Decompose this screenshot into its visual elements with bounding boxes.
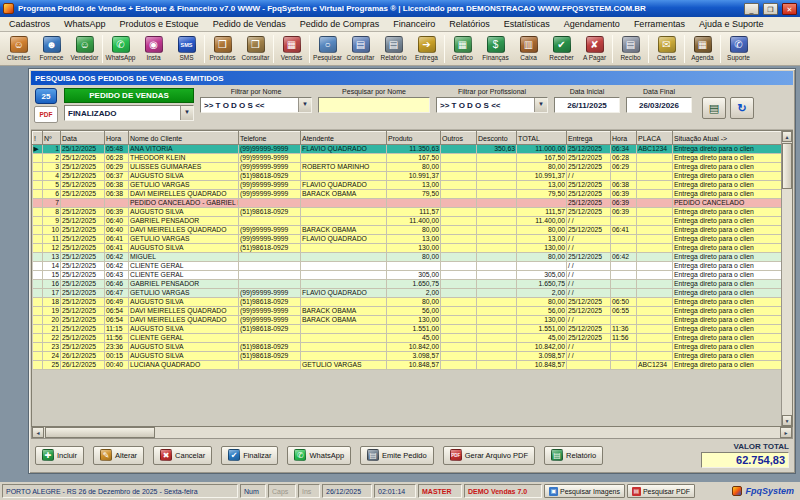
column-header[interactable]: Data [61,132,105,145]
menu-item-financeiro[interactable]: Financeiro [386,18,442,30]
toolbar-entrega[interactable]: ➔Entrega [410,36,443,61]
data-inicial-input[interactable]: 26/11/2025 [554,97,620,113]
column-header[interactable]: Entrega [567,132,611,145]
emite-pedido-button[interactable]: ▤Emite Pedido [360,446,434,465]
alterar-button[interactable]: ✎Alterar [93,446,144,465]
toolbar-whatsapp[interactable]: ✆WhatsApp [104,36,137,61]
table-row[interactable]: 2426/12/202500:15AUGUSTO SILVA(51)98618-… [33,352,782,361]
column-header[interactable]: Desconto [477,132,517,145]
search-images-button[interactable]: ▣ Pesquisar Imagens [544,484,625,498]
table-row[interactable]: 525/12/202506:38GETULIO VARGAS(99)99999-… [33,181,782,190]
table-row[interactable]: 225/12/202506:28THEODOR KLEIN(99)99999-9… [33,154,782,163]
toolbar-clientes[interactable]: ☺Clientes [2,36,35,61]
table-row[interactable]: 1225/12/202506:41AUGUSTO SILVA(51)98618-… [33,244,782,253]
menu-item-pedido-de-vendas[interactable]: Pedido de Vendas [206,18,293,30]
cancelar-button[interactable]: ✖Cancelar [153,446,212,465]
column-header[interactable]: Hora [105,132,129,145]
toolbar-suporte[interactable]: ✆Suporte [722,36,755,61]
minimize-button[interactable]: _ [744,3,759,15]
data-final-input[interactable]: 26/03/2026 [626,97,692,113]
menu-item-relat-rios[interactable]: Relatórios [442,18,497,30]
column-header[interactable]: Nº [43,132,61,145]
menu-item-produtos-e-estoque[interactable]: Produtos e Estoque [113,18,206,30]
toolbar-consultar-vendas[interactable]: ▤Consultar [344,36,377,61]
maximize-button[interactable]: ❐ [763,3,778,15]
toolbar-vendas[interactable]: ▦Vendas [275,36,308,61]
relatorio-button[interactable]: ▤Relatório [544,446,603,465]
table-row[interactable]: 1125/12/202506:41GETULIO VARGAS(99)99999… [33,235,782,244]
column-header[interactable]: Telefone [239,132,301,145]
horizontal-scroll-thumb[interactable] [45,427,155,438]
toolbar-recibo[interactable]: ▤Recibo [614,36,647,61]
column-header[interactable]: Situação Atual -> [673,132,782,145]
horizontal-scrollbar[interactable]: ◄ ► [31,427,793,439]
menu-item-estat-sticas[interactable]: Estatísticas [497,18,557,30]
toolbar-grafico[interactable]: ▦Gráfico [446,36,479,61]
table-row[interactable]: 1025/12/202506:40DAVI MEIRELLES QUADRADO… [33,226,782,235]
toolbar-instagram[interactable]: ◉Insta [137,36,170,61]
vertical-scroll-thumb[interactable] [782,143,792,189]
table-row[interactable]: 1725/12/202506:47GETULIO VARGAS(99)99999… [33,289,782,298]
table-row[interactable]: 925/12/202506:40GABRIEL PENSADOR11.400,0… [33,217,782,226]
table-row[interactable]: 7PEDIDO CANCELADO - GABRIEL PENSADOR25/1… [33,199,782,208]
scroll-down-icon[interactable]: ▼ [782,415,792,426]
menu-item-pedido-de-compras[interactable]: Pedido de Compras [293,18,387,30]
table-row[interactable]: 2125/12/202511:15AUGUSTO SILVA(51)98618-… [33,325,782,334]
toolbar-relatorio[interactable]: ▤Relatório [377,36,410,61]
table-row[interactable]: 2325/12/202523:36AUGUSTO SILVA(51)98618-… [33,343,782,352]
column-header[interactable]: Produto [387,132,441,145]
search-pdf-button[interactable]: ▤ Pesquisar PDF [627,484,695,498]
table-row[interactable]: 325/12/202506:29ULISSES GUIMARAES(99)999… [33,163,782,172]
table-row[interactable]: 1625/12/202506:46GABRIEL PENSADOR1.650,7… [33,280,782,289]
toolbar-vendedor[interactable]: ☺Vendedor [68,36,101,61]
table-row[interactable]: 1425/12/202506:42CLIENTE GERAL/ /Entrega… [33,262,782,271]
menu-item-ajuda-e-suporte[interactable]: Ajuda e Suporte [692,18,771,30]
filter-profissional-select[interactable]: >> T O D O S << ▼ [436,97,548,113]
toolbar-agenda[interactable]: ▦Agenda [686,36,719,61]
toolbar-caixa[interactable]: ▥Caixa [512,36,545,61]
toolbar-receber[interactable]: ✔Receber [545,36,578,61]
chevron-down-icon[interactable]: ▼ [180,106,193,120]
toolbar-financas[interactable]: $Finanças [479,36,512,61]
column-header[interactable]: PLACA [637,132,673,145]
table-row[interactable]: 1525/12/202506:43CLIENTE GERAL305,00305,… [33,271,782,280]
toolbar-consultar-produtos[interactable]: ❒Consultar [239,36,272,61]
menu-item-cadastros[interactable]: Cadastros [2,18,57,30]
scroll-up-icon[interactable]: ▲ [782,131,792,142]
toolbar-produtos[interactable]: ❒Produtos [206,36,239,61]
pdf-export-button[interactable]: PDF [34,106,58,123]
refresh-button[interactable]: ↻ [730,97,754,119]
column-header[interactable]: TOTAL [517,132,567,145]
child-titlebar[interactable]: PESQUISA DOS PEDIDOS DE VENDAS EMITIDOS [31,71,793,85]
toolbar-cartas[interactable]: ✉Cartas [650,36,683,61]
gerar-pdf-button[interactable]: PDFGerar Arquivo PDF [443,446,535,465]
table-row[interactable]: 1325/12/202506:42MIGUEL80,0080,0025/12/2… [33,253,782,262]
scroll-left-icon[interactable]: ◄ [32,427,44,438]
column-header[interactable]: Atendente [301,132,387,145]
menu-item-whatsapp[interactable]: WhatsApp [57,18,113,30]
finalizar-button[interactable]: ✔Finalizar [221,446,278,465]
chevron-down-icon[interactable]: ▼ [298,98,311,112]
column-header[interactable]: Outros [441,132,477,145]
vertical-scrollbar[interactable]: ▲ ▼ [781,131,792,426]
search-nome-input[interactable] [318,97,430,113]
toolbar-a-pagar[interactable]: ✘A Pagar [578,36,611,61]
table-row[interactable]: 1925/12/202506:54DAVI MEIRELLES QUADRADO… [33,307,782,316]
toolbar-fornecedor[interactable]: ☻Fornece [35,36,68,61]
scroll-right-icon[interactable]: ► [780,427,792,438]
toolbar-sms[interactable]: SMSSMS [170,36,203,61]
table-row[interactable]: ▶125/12/202505:48ANA VITORIA(99)99999-99… [33,145,782,154]
chevron-down-icon[interactable]: ▼ [534,98,547,112]
table-row[interactable]: 2225/12/202511:56CLIENTE GERAL45,0045,00… [33,334,782,343]
order-status-select[interactable]: FINALIZADO ▼ [64,105,194,121]
table-row[interactable]: 2526/12/202500:40LUCIANA QUADRADOGETULIO… [33,361,782,370]
close-button[interactable]: ✕ [782,3,797,15]
filter-nome-select[interactable]: >> T O D O S << ▼ [200,97,312,113]
menu-item-ferramentas[interactable]: Ferramentas [627,18,692,30]
whatsapp-button[interactable]: ✆WhatsApp [287,446,351,465]
table-row[interactable]: 425/12/202506:37AUGUSTO SILVA(51)98618-0… [33,172,782,181]
table-row[interactable]: 1825/12/202506:49AUGUSTO SILVA(51)98618-… [33,298,782,307]
table-row[interactable]: 825/12/202506:39AUGUSTO SILVA(51)98618-0… [33,208,782,217]
incluir-button[interactable]: ✚Incluir [35,446,84,465]
table-row[interactable]: 2025/12/202506:54DAVI MEIRELLES QUADRADO… [33,316,782,325]
